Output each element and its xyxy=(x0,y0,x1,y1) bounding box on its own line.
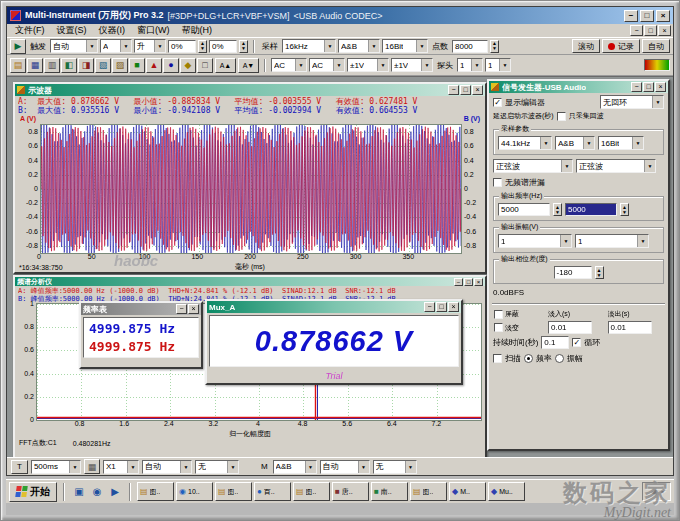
task-button-6[interactable]: ■唐.. xyxy=(332,482,369,501)
sample-rate-select[interactable]: 16kHz▼ xyxy=(282,39,336,53)
trigger-delay-spinner[interactable]: ▲▼ xyxy=(239,40,248,53)
loop-checkbox[interactable]: ✓ xyxy=(572,338,581,347)
frequency-a-spinner[interactable]: ▲▼ xyxy=(553,203,562,216)
probe-b-select[interactable]: 1▼ xyxy=(485,58,511,72)
phase-field[interactable]: -180 xyxy=(554,266,592,279)
mdi-minimize-button[interactable]: − xyxy=(630,25,643,36)
timebase-select[interactable]: 500ms▼ xyxy=(31,460,81,474)
task-button-2[interactable]: ◉10.. xyxy=(176,482,213,501)
coupling-a-select[interactable]: AC▼ xyxy=(271,58,307,72)
osc-maximize-button[interactable]: □ xyxy=(460,85,471,95)
mdi-restore-button[interactable]: □ xyxy=(644,25,657,36)
waveform-a-select[interactable]: 正弦波▼ xyxy=(493,159,573,173)
menu-item-2[interactable]: 设置(S) xyxy=(51,24,93,37)
start-button[interactable]: 开始 xyxy=(9,482,57,502)
spec-maximize-button[interactable]: □ xyxy=(464,278,473,286)
osc-filter-select[interactable]: 无▼ xyxy=(195,460,239,474)
trigger-level-spinner[interactable]: ▲▼ xyxy=(198,40,207,53)
sg-close-button[interactable]: × xyxy=(655,82,666,92)
grid-icon[interactable]: ▨ xyxy=(112,58,128,73)
sg-channels-select[interactable]: A&B▼ xyxy=(555,136,595,150)
task-button-5[interactable]: ▤图.. xyxy=(293,482,330,501)
menu-item-1[interactable]: 文件(F) xyxy=(9,24,51,37)
no-leakage-checkbox[interactable] xyxy=(493,178,502,187)
task-button-7[interactable]: ■南.. xyxy=(371,482,408,501)
zoom-select[interactable]: X1▼ xyxy=(103,460,139,474)
trigger-mode-select[interactable]: 自动▼ xyxy=(50,39,98,53)
probe-a-select[interactable]: 1▼ xyxy=(457,58,483,72)
status-icon[interactable]: ▪ xyxy=(661,487,664,497)
coupling-b-select[interactable]: AC▼ xyxy=(309,58,345,72)
frequency-b-spinner[interactable]: ▲▼ xyxy=(620,203,629,216)
mdi-close-button[interactable]: × xyxy=(658,25,671,36)
channel-a-scale-down-button[interactable]: A▼ xyxy=(238,58,259,73)
fade-checkbox[interactable] xyxy=(494,323,503,332)
osc-mode-select[interactable]: 自动▼ xyxy=(142,460,192,474)
mm-mode-select[interactable]: 自动▼ xyxy=(320,460,370,474)
freq-minimize-button[interactable]: − xyxy=(176,304,187,314)
loopback-select[interactable]: 无回环▼ xyxy=(600,95,664,109)
mm-filter-select[interactable]: 无▼ xyxy=(373,460,417,474)
minimize-button[interactable]: − xyxy=(624,10,638,22)
range-b-select[interactable]: ±1V▼ xyxy=(391,58,433,72)
show-desktop-icon[interactable]: ▣ xyxy=(71,484,87,500)
fade-out-field[interactable]: 0.01 xyxy=(608,321,652,334)
maximize-button[interactable]: □ xyxy=(640,10,654,22)
dmm-close-button[interactable]: × xyxy=(448,302,459,312)
close-button[interactable]: × xyxy=(656,10,670,22)
open-file-icon[interactable]: ▤ xyxy=(10,58,26,73)
task-button-3[interactable]: ▤图.. xyxy=(215,482,252,501)
marker-icon[interactable]: ▲ xyxy=(146,58,162,73)
channel-a-scale-up-button[interactable]: A▲ xyxy=(215,58,236,73)
menu-item-3[interactable]: 仪器(I) xyxy=(93,24,132,37)
fade-in-field[interactable]: 0.01 xyxy=(548,321,592,334)
pan-icon[interactable]: ▧ xyxy=(95,58,111,73)
link-icon[interactable]: ◆ xyxy=(180,58,196,73)
mask-checkbox[interactable] xyxy=(494,310,503,319)
spec-close-button[interactable]: × xyxy=(474,278,483,286)
points-field[interactable]: 8000 xyxy=(452,40,488,53)
browser-icon[interactable]: ◉ xyxy=(89,484,105,500)
copy-icon[interactable]: ◧ xyxy=(61,58,77,73)
record-button[interactable]: 记录 xyxy=(602,39,640,53)
sg-bits-select[interactable]: 16Bit▼ xyxy=(598,136,644,150)
settings-icon[interactable]: □ xyxy=(197,58,213,73)
task-button-10[interactable]: ◆Mu.. xyxy=(488,482,525,501)
osc-minimize-button[interactable]: − xyxy=(448,85,459,95)
volume-icon[interactable]: ◄ xyxy=(649,487,658,497)
collect-return-checkbox[interactable] xyxy=(557,112,566,121)
osc-close-button[interactable]: × xyxy=(472,85,483,95)
sweep-amplitude-radio[interactable] xyxy=(555,354,564,363)
phase-spinner[interactable]: ▲▼ xyxy=(595,266,604,279)
zoom-in-icon[interactable]: ◨ xyxy=(78,58,94,73)
range-a-select[interactable]: ±1V▼ xyxy=(347,58,389,72)
sg-minimize-button[interactable]: − xyxy=(631,82,642,92)
timebase-button[interactable]: T xyxy=(11,460,28,474)
sweep-frequency-radio[interactable] xyxy=(524,354,533,363)
channels-select[interactable]: A&B▼ xyxy=(338,39,380,53)
task-button-9[interactable]: ◆M.. xyxy=(449,482,486,501)
trigger-source-select[interactable]: A▼ xyxy=(100,39,132,53)
save-icon[interactable]: ▦ xyxy=(27,58,43,73)
auto-button[interactable]: 自动 xyxy=(642,39,670,53)
menu-item-4[interactable]: 窗口(W) xyxy=(131,24,176,37)
trigger-level-field[interactable]: 0% xyxy=(168,40,196,53)
show-editor-checkbox[interactable]: ✓ xyxy=(493,98,502,107)
points-spinner[interactable]: ▲▼ xyxy=(490,40,499,53)
sg-sample-rate-select[interactable]: 44.1kHz▼ xyxy=(498,136,552,150)
dmm-minimize-button[interactable]: − xyxy=(424,302,435,312)
duration-field[interactable]: 0.1 xyxy=(541,336,569,349)
panel-icon[interactable]: ▦ xyxy=(84,459,100,474)
spec-minimize-button[interactable]: − xyxy=(454,278,463,286)
output-frequency-a-field[interactable]: 5000 xyxy=(498,203,550,216)
menu-item-5[interactable]: 帮助(H) xyxy=(176,24,219,37)
waveform-b-select[interactable]: 正弦波▼ xyxy=(576,159,656,173)
trigger-delay-field[interactable]: 0% xyxy=(209,40,237,53)
output-frequency-b-field[interactable]: 5000 xyxy=(565,203,617,216)
amplitude-a-select[interactable]: 1▼ xyxy=(498,234,572,248)
roll-button[interactable]: 滚动 xyxy=(572,39,600,53)
mm-channel-select[interactable]: A&B▼ xyxy=(273,460,317,474)
cursor-icon[interactable]: ● xyxy=(163,58,179,73)
task-button-1[interactable]: ▤图.. xyxy=(137,482,174,501)
task-button-8[interactable]: ▤图.. xyxy=(410,482,447,501)
